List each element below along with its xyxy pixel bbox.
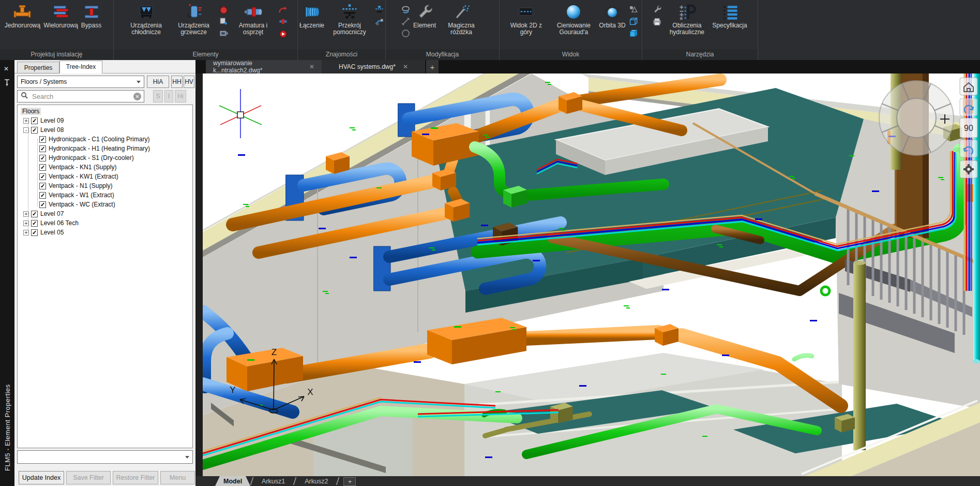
revision-cloud-icon[interactable] [401,5,411,14]
plot-icon[interactable] [652,17,662,26]
tree-row-level09[interactable]: Level 09 [18,116,192,125]
pipe-length-icon[interactable] [401,17,411,26]
tab-tree-index[interactable]: Tree-Index [59,61,102,73]
magic-wand-button[interactable]: Magiczna różdżka [438,2,485,37]
search-i-button[interactable]: I [164,90,173,102]
search-input[interactable] [31,92,133,101]
gouraud-shading-button[interactable]: Cieniowanie Gouraud'a [550,2,597,37]
panel-pin-icon[interactable] [4,79,10,87]
insert-copy-icon[interactable] [219,17,229,26]
element-button[interactable]: Element [412,2,438,30]
tab-properties[interactable]: Properties [17,62,59,73]
doc-tab-2-label: HVAC systems.dwg* [339,63,396,70]
tree-row-level06[interactable]: Level 06 Tech [18,218,192,228]
orbit-3d-button[interactable]: Orbita 3D [597,2,627,30]
update-index-button[interactable]: Update Index [19,471,64,484]
ucs-y-label: Y [230,385,235,395]
layout-tab-arkusz2[interactable]: Arkusz2 [296,476,336,486]
model-canvas[interactable]: Z X Y 90 [195,73,980,476]
heating-devices-button[interactable]: Urządzenia grzewcze [170,2,218,37]
layout-tab-model[interactable]: Model [215,476,250,486]
tree-row-level05[interactable]: Level 05 [18,228,192,237]
visual-style-icon[interactable] [628,5,638,14]
tree-index-panel: ✕ FLM5 - Element Properties Properties T… [0,60,195,486]
aux-section-button[interactable]: Przekrój pomocniczy [326,2,373,37]
tree-row-system[interactable]: Hydronicpack - S1 (Dry-cooler) [18,153,192,163]
checkbox-checked-icon[interactable] [39,136,46,143]
multi-pipe-button[interactable]: Wielorurową [42,2,80,30]
group-label-design: Projektuj instalację [0,49,113,60]
checkbox-checked-icon[interactable] [39,192,46,199]
doc-tab-1-close-icon[interactable]: ✕ [309,63,314,70]
checkbox-checked-icon[interactable] [39,145,46,152]
filter-preset-select[interactable] [17,450,193,464]
boiler-icon[interactable] [219,5,229,14]
gouraud-label: Cieniowanie Gouraud'a [551,22,596,36]
tree-row-system[interactable]: Ventpack - KN1 (Supply) [18,163,192,172]
section-line-icon[interactable] [374,5,384,14]
search-s-button[interactable]: S [153,90,163,102]
checkbox-checked-icon[interactable] [39,173,46,180]
tree-item-label: Ventpack - KN1 (Supply) [49,164,116,171]
settings-wrench-icon[interactable] [652,5,662,14]
search-hi-button[interactable]: Hi [175,90,186,102]
unknown-device-icon[interactable] [219,28,229,38]
menu-button[interactable]: Menu [160,471,195,484]
checkbox-checked-icon[interactable] [31,220,38,227]
tree-row-level07[interactable]: Level 07 [18,209,192,218]
tree-root-row[interactable]: Floors [18,107,192,116]
tree-row-system[interactable]: Ventpack - KW1 (Extract) [18,172,192,181]
tree-row-level08[interactable]: Level 08 [18,125,192,135]
checkbox-checked-icon[interactable] [39,183,46,189]
fitting-icon[interactable] [278,17,288,26]
navigation-bar[interactable]: 90 [960,78,977,178]
wireframe-cube-icon[interactable] [628,17,638,26]
tree-row-system[interactable]: Ventpack - N1 (Supply) [18,181,192,190]
layout-tab-arkusz1[interactable]: Arkusz1 [253,476,293,486]
filter-hv-button[interactable]: HV [184,76,194,88]
quick-section-icon[interactable] [374,17,384,26]
tree-row-system[interactable]: Hydronicpack - H1 (Heating Primary) [18,144,192,153]
multi-pipe-icon [52,3,70,21]
tree-root-label: Floors [21,108,41,115]
save-filter-button[interactable]: Save Filter [66,471,111,484]
filter-hia-button[interactable]: HiA [147,76,169,88]
checkbox-checked-icon[interactable] [31,229,38,236]
new-doc-tab-button[interactable]: + [426,60,439,73]
filter-mode-select[interactable]: Floors / Systems [17,76,144,88]
tree-row-system[interactable]: Ventpack - WC (Extract) [18,200,192,209]
new-layout-button[interactable]: + [343,477,356,486]
circle-icon[interactable] [401,28,411,38]
checkbox-checked-icon[interactable] [39,201,46,208]
single-pipe-button[interactable]: Jednorurową [3,2,42,30]
checkbox-checked-icon[interactable] [31,127,38,134]
checkbox-checked-icon[interactable] [39,155,46,161]
specification-button[interactable]: Specyfikacja [711,2,748,30]
valve-icon[interactable] [278,5,288,14]
view-2d-top-button[interactable]: Widok 2D z góry [502,2,550,37]
search-clear-icon[interactable]: ✕ [133,93,141,100]
tree-row-system[interactable]: Hydronicpack - C1 (Cooling Primary) [18,135,192,144]
magic-wand-label: Magiczna różdżka [439,22,484,36]
navigation-wheel[interactable] [879,81,954,155]
doc-tab-2[interactable]: HVAC systems.dwg* ✕ [322,60,425,73]
doc-tab-1[interactable]: wymiarowanie k...ntralach2.dwg* ✕ [206,60,322,73]
connect-button[interactable]: Łączenie [298,2,326,30]
checkbox-checked-icon[interactable] [31,211,38,217]
checkbox-checked-icon[interactable] [39,164,46,171]
view-small-tools [627,2,639,41]
filter-hh-button[interactable]: HH [171,76,183,88]
cooling-devices-button[interactable]: Urządzenia chłodnicze [123,2,170,37]
hydraulic-calc-button[interactable]: Obliczenia hydrauliczne [663,2,711,37]
checkbox-checked-icon[interactable] [31,117,38,124]
fitting-small-tools [277,2,289,41]
doc-tab-2-close-icon[interactable]: ✕ [403,63,408,70]
panel-close-icon[interactable]: ✕ [4,65,9,72]
fittings-button[interactable]: Armatura i osprzęt [230,2,277,37]
bypass-button[interactable]: Bypass [80,2,103,30]
document-tab-bar: wymiarowanie k...ntralach2.dwg* ✕ HVAC s… [195,60,980,73]
tree-row-system[interactable]: Ventpack - W1 (Extract) [18,190,192,200]
pump-icon[interactable] [278,28,288,38]
shaded-cube-icon[interactable] [628,28,638,38]
restore-filter-button[interactable]: Restore Filter [113,471,158,484]
